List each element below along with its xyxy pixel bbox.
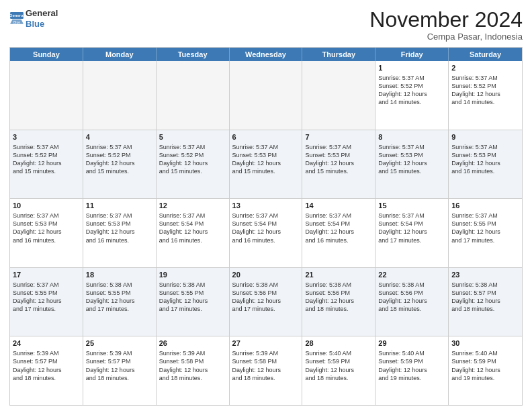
day-info: Sunrise: 5:38 AM Sunset: 5:55 PM Dayligh… (86, 281, 153, 314)
day-number: 8 (378, 132, 445, 142)
day-cell-24: 24Sunrise: 5:39 AM Sunset: 5:57 PM Dayli… (10, 336, 83, 405)
day-cell-18: 18Sunrise: 5:38 AM Sunset: 5:55 PM Dayli… (83, 268, 157, 336)
day-info: Sunrise: 5:37 AM Sunset: 5:55 PM Dayligh… (451, 212, 519, 244)
day-number: 1 (378, 63, 445, 73)
calendar-row-0: 1Sunrise: 5:37 AM Sunset: 5:52 PM Daylig… (10, 61, 522, 130)
day-cell-11: 11Sunrise: 5:37 AM Sunset: 5:53 PM Dayli… (83, 199, 157, 267)
day-header-friday: Friday (375, 48, 449, 61)
day-cell-26: 26Sunrise: 5:39 AM Sunset: 5:58 PM Dayli… (157, 336, 230, 405)
empty-cell (10, 61, 83, 130)
day-info: Sunrise: 5:37 AM Sunset: 5:52 PM Dayligh… (378, 74, 445, 107)
day-info: Sunrise: 5:37 AM Sunset: 5:53 PM Dayligh… (86, 212, 153, 244)
day-number: 25 (86, 338, 153, 349)
svg-text:Blue: Blue (13, 20, 20, 24)
day-number: 2 (451, 63, 519, 73)
day-info: Sunrise: 5:37 AM Sunset: 5:52 PM Dayligh… (451, 74, 519, 107)
day-info: Sunrise: 5:37 AM Sunset: 5:52 PM Dayligh… (159, 143, 226, 176)
day-cell-3: 3Sunrise: 5:37 AM Sunset: 5:52 PM Daylig… (10, 130, 83, 199)
day-info: Sunrise: 5:37 AM Sunset: 5:52 PM Dayligh… (13, 143, 80, 176)
day-cell-9: 9Sunrise: 5:37 AM Sunset: 5:53 PM Daylig… (449, 130, 522, 199)
day-info: Sunrise: 5:37 AM Sunset: 5:53 PM Dayligh… (378, 143, 445, 176)
day-number: 21 (305, 270, 372, 280)
day-number: 20 (232, 270, 300, 280)
day-number: 10 (13, 201, 80, 211)
day-info: Sunrise: 5:39 AM Sunset: 5:57 PM Dayligh… (86, 349, 153, 382)
day-cell-17: 17Sunrise: 5:37 AM Sunset: 5:55 PM Dayli… (10, 268, 83, 336)
day-cell-19: 19Sunrise: 5:38 AM Sunset: 5:55 PM Dayli… (157, 268, 230, 336)
day-info: Sunrise: 5:38 AM Sunset: 5:56 PM Dayligh… (232, 281, 300, 314)
day-info: Sunrise: 5:37 AM Sunset: 5:53 PM Dayligh… (13, 212, 80, 244)
svg-text:General: General (9, 13, 24, 17)
day-info: Sunrise: 5:37 AM Sunset: 5:54 PM Dayligh… (159, 212, 226, 244)
day-number: 3 (13, 132, 80, 142)
day-cell-16: 16Sunrise: 5:37 AM Sunset: 5:55 PM Dayli… (449, 199, 522, 267)
day-info: Sunrise: 5:38 AM Sunset: 5:55 PM Dayligh… (159, 281, 226, 314)
logo-icon: General Blue (9, 11, 24, 26)
day-info: Sunrise: 5:38 AM Sunset: 5:57 PM Dayligh… (451, 281, 519, 314)
day-info: Sunrise: 5:38 AM Sunset: 5:56 PM Dayligh… (378, 281, 445, 314)
day-info: Sunrise: 5:37 AM Sunset: 5:53 PM Dayligh… (451, 143, 519, 176)
day-info: Sunrise: 5:39 AM Sunset: 5:58 PM Dayligh… (159, 349, 226, 382)
day-info: Sunrise: 5:39 AM Sunset: 5:58 PM Dayligh… (232, 349, 300, 382)
calendar-row-3: 17Sunrise: 5:37 AM Sunset: 5:55 PM Dayli… (10, 267, 522, 336)
day-number: 5 (159, 132, 226, 142)
day-number: 11 (86, 201, 153, 211)
day-header-thursday: Thursday (302, 48, 375, 61)
month-title: November 2024 (369, 8, 523, 32)
day-number: 9 (451, 132, 519, 142)
title-block: November 2024 Cempa Pasar, Indonesia (369, 8, 523, 42)
day-number: 29 (378, 338, 445, 349)
location: Cempa Pasar, Indonesia (369, 32, 523, 42)
empty-cell (157, 61, 230, 130)
empty-cell (302, 61, 375, 130)
calendar-row-1: 3Sunrise: 5:37 AM Sunset: 5:52 PM Daylig… (10, 130, 522, 199)
calendar-header: SundayMondayTuesdayWednesdayThursdayFrid… (10, 48, 522, 61)
header: General Blue General Blue November 2024 … (9, 8, 523, 42)
day-cell-4: 4Sunrise: 5:37 AM Sunset: 5:52 PM Daylig… (83, 130, 157, 199)
calendar-row-2: 10Sunrise: 5:37 AM Sunset: 5:53 PM Dayli… (10, 198, 522, 267)
day-number: 7 (305, 132, 372, 142)
day-info: Sunrise: 5:37 AM Sunset: 5:54 PM Dayligh… (378, 212, 445, 244)
day-number: 13 (232, 201, 300, 211)
day-cell-27: 27Sunrise: 5:39 AM Sunset: 5:58 PM Dayli… (230, 336, 303, 405)
day-cell-21: 21Sunrise: 5:38 AM Sunset: 5:56 PM Dayli… (302, 268, 375, 336)
day-cell-8: 8Sunrise: 5:37 AM Sunset: 5:53 PM Daylig… (375, 130, 449, 199)
day-cell-23: 23Sunrise: 5:38 AM Sunset: 5:57 PM Dayli… (449, 268, 522, 336)
day-info: Sunrise: 5:37 AM Sunset: 5:55 PM Dayligh… (13, 281, 80, 314)
day-header-tuesday: Tuesday (157, 48, 230, 61)
day-cell-12: 12Sunrise: 5:37 AM Sunset: 5:54 PM Dayli… (157, 199, 230, 267)
page: General Blue General Blue November 2024 … (0, 0, 532, 411)
calendar-body: 1Sunrise: 5:37 AM Sunset: 5:52 PM Daylig… (10, 61, 522, 405)
calendar-row-4: 24Sunrise: 5:39 AM Sunset: 5:57 PM Dayli… (10, 336, 522, 405)
day-info: Sunrise: 5:40 AM Sunset: 5:59 PM Dayligh… (305, 349, 372, 382)
day-info: Sunrise: 5:40 AM Sunset: 5:59 PM Dayligh… (378, 349, 445, 382)
day-cell-25: 25Sunrise: 5:39 AM Sunset: 5:57 PM Dayli… (83, 336, 157, 405)
day-cell-6: 6Sunrise: 5:37 AM Sunset: 5:53 PM Daylig… (230, 130, 303, 199)
day-info: Sunrise: 5:38 AM Sunset: 5:56 PM Dayligh… (305, 281, 372, 314)
day-info: Sunrise: 5:40 AM Sunset: 5:59 PM Dayligh… (451, 349, 519, 382)
day-number: 28 (305, 338, 372, 349)
day-cell-30: 30Sunrise: 5:40 AM Sunset: 5:59 PM Dayli… (449, 336, 522, 405)
day-number: 4 (86, 132, 153, 142)
logo-text-general: General (26, 8, 58, 19)
day-cell-22: 22Sunrise: 5:38 AM Sunset: 5:56 PM Dayli… (375, 268, 449, 336)
day-number: 27 (232, 338, 300, 349)
day-cell-14: 14Sunrise: 5:37 AM Sunset: 5:54 PM Dayli… (302, 199, 375, 267)
day-cell-1: 1Sunrise: 5:37 AM Sunset: 5:52 PM Daylig… (375, 61, 449, 130)
day-number: 6 (232, 132, 300, 142)
day-number: 24 (13, 338, 80, 349)
day-cell-10: 10Sunrise: 5:37 AM Sunset: 5:53 PM Dayli… (10, 199, 83, 267)
day-number: 12 (159, 201, 226, 211)
day-header-wednesday: Wednesday (230, 48, 303, 61)
day-info: Sunrise: 5:37 AM Sunset: 5:54 PM Dayligh… (305, 212, 372, 244)
day-number: 30 (451, 338, 519, 349)
day-number: 16 (451, 201, 519, 211)
day-cell-28: 28Sunrise: 5:40 AM Sunset: 5:59 PM Dayli… (302, 336, 375, 405)
day-cell-7: 7Sunrise: 5:37 AM Sunset: 5:53 PM Daylig… (302, 130, 375, 199)
day-cell-13: 13Sunrise: 5:37 AM Sunset: 5:54 PM Dayli… (230, 199, 303, 267)
day-number: 26 (159, 338, 226, 349)
day-cell-20: 20Sunrise: 5:38 AM Sunset: 5:56 PM Dayli… (230, 268, 303, 336)
day-info: Sunrise: 5:37 AM Sunset: 5:53 PM Dayligh… (232, 143, 300, 176)
day-header-sunday: Sunday (10, 48, 83, 61)
day-header-saturday: Saturday (449, 48, 522, 61)
